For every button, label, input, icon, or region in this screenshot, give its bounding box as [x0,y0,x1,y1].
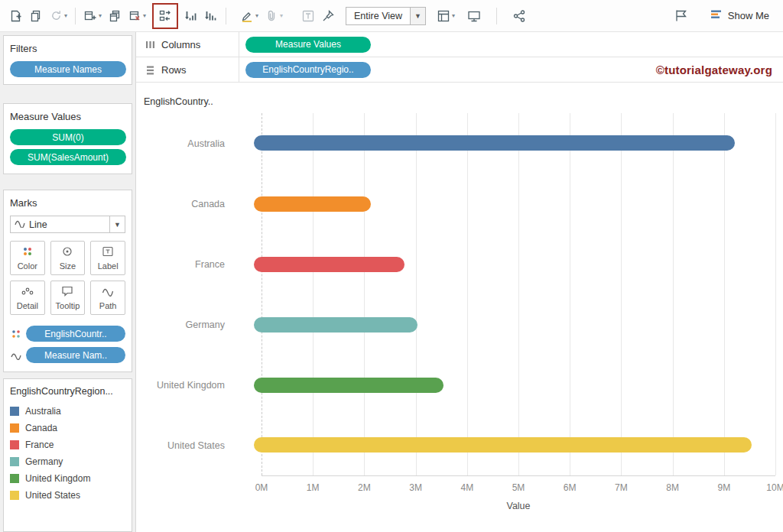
duplicate-sheet-button[interactable] [105,5,125,27]
legend-label: Australia [25,406,61,417]
legend-item[interactable]: Canada [10,420,125,436]
group-dropdown-caret[interactable]: ▾ [280,12,286,19]
legend-swatch [10,491,19,500]
fit-selector-value: Entire View [346,11,410,21]
swap-rows-columns-button[interactable] [155,5,175,27]
save-button[interactable] [26,5,46,27]
group-members-button[interactable] [262,5,281,27]
mark-type-dropdown[interactable]: Line ▼ [10,216,125,233]
show-hide-cards-dropdown-caret[interactable]: ▾ [452,12,458,19]
path-button[interactable]: Path [90,281,125,315]
legend-item[interactable]: United Kingdom [10,470,125,487]
show-mark-labels-button[interactable] [298,5,318,27]
tooltip-button[interactable] [671,5,691,27]
gridline [775,113,776,475]
toolbar-separator [496,8,497,24]
measure-values-card: Measure Values SUM(0) SUM(SalesAmount) [3,103,132,174]
path-button-label: Path [99,301,117,310]
color-dots-icon [10,329,22,339]
refresh-button[interactable] [46,5,66,27]
filter-pill-measure-names[interactable]: Measure Names [10,61,126,77]
show-hide-cards-button[interactable] [434,5,453,27]
columns-pill-measure-values[interactable]: Measure Values [245,37,371,53]
sort-ascending-button[interactable] [181,5,201,27]
toolbar-highlight-box [152,3,178,29]
measure-pill-salesamount[interactable]: SUM(SalesAmount) [10,149,126,165]
gridline [416,113,417,475]
x-axis-ticks: 0M1M2M3M4M5M6M7M8M9M10M [262,482,775,495]
legend-label: Canada [25,423,57,433]
size-button[interactable]: Size [50,241,86,275]
clear-sheet-button[interactable] [125,5,145,27]
x-axis-title: Value [262,501,775,511]
gridline [673,113,674,475]
size-icon [61,246,73,259]
marks-title: Marks [10,197,125,209]
presentation-mode-icon [467,9,481,23]
new-worksheet-button[interactable] [80,5,100,27]
x-tick-label: 8M [666,482,679,493]
row-field-header: EnglishCountry.. [144,96,213,107]
new-worksheet-dropdown-caret[interactable]: ▾ [99,12,105,19]
highlight-button[interactable] [237,5,257,27]
swap-rows-columns-icon [158,9,172,23]
gridline [724,113,725,475]
color-button[interactable]: Color [10,241,45,275]
rows-shelf: Rows EnglishCountryRegio.. ©tutorialgate… [136,57,783,83]
label-button-label: Label [98,261,119,271]
text-label-icon [301,9,315,23]
bar-united-kingdom[interactable] [254,378,443,393]
legend-swatch [10,407,19,416]
refresh-dropdown-caret[interactable]: ▾ [64,12,70,19]
tooltip-card-button[interactable]: Tooltip [50,281,86,315]
bar-france[interactable] [254,257,404,272]
detail-button[interactable]: Detail [10,281,45,315]
refresh-icon [50,9,63,22]
show-me-label: Show Me [728,10,769,21]
new-data-source-button[interactable] [6,5,26,27]
gridline [621,113,622,475]
gridline [364,113,365,475]
fix-axes-button[interactable] [318,5,338,27]
paperclip-icon [265,9,278,23]
mark-type-caret-icon: ▼ [109,216,125,232]
rows-pill-englishcountryregion[interactable]: EnglishCountryRegio.. [245,62,371,78]
highlight-dropdown-caret[interactable]: ▾ [255,12,262,19]
path-icon [102,286,114,299]
gridline [262,113,262,475]
legend-items: AustraliaCanadaFranceGermanyUnited Kingd… [10,403,125,504]
show-me-button[interactable]: Show Me [705,5,777,28]
category-label: France [136,234,228,294]
bar-germany[interactable] [254,317,417,332]
legend-item[interactable]: Australia [10,403,125,420]
legend-swatch [10,423,19,433]
line-mark-icon [11,219,29,230]
legend-item[interactable]: France [10,436,125,453]
fit-selector[interactable]: Entire View ▼ [346,7,426,25]
legend-item[interactable]: United States [10,487,125,504]
sort-ascending-icon [184,9,198,23]
tooltip-flag-icon [674,8,688,23]
bar-canada[interactable] [254,196,371,212]
marks-pill-measure-names[interactable]: Measure Nam.. [26,347,125,363]
bar-australia[interactable] [254,135,735,151]
measure-pill-sum0[interactable]: SUM(0) [10,129,126,145]
share-icon [512,9,526,23]
sort-descending-button[interactable] [201,5,221,27]
legend-swatch [10,440,19,449]
clear-sheet-icon [128,9,141,23]
marks-card: Marks Line ▼ Color [3,190,132,372]
label-button[interactable]: Label [90,241,125,275]
tooltip-button-label: Tooltip [56,301,80,310]
clear-sheet-dropdown-caret[interactable]: ▾ [143,12,149,19]
legend-label: United States [25,490,80,501]
filters-card: Filters Measure Names [3,35,132,85]
share-button[interactable] [509,5,529,27]
bar-united-states[interactable] [254,437,752,453]
sidebar: Filters Measure Names Measure Values SUM… [0,32,136,532]
color-button-label: Color [18,261,37,271]
presentation-mode-button[interactable] [464,5,484,27]
marks-pill-englishcountry[interactable]: EnglishCountr.. [26,326,125,342]
legend-item[interactable]: Germany [10,453,125,470]
detail-icon [21,286,34,299]
